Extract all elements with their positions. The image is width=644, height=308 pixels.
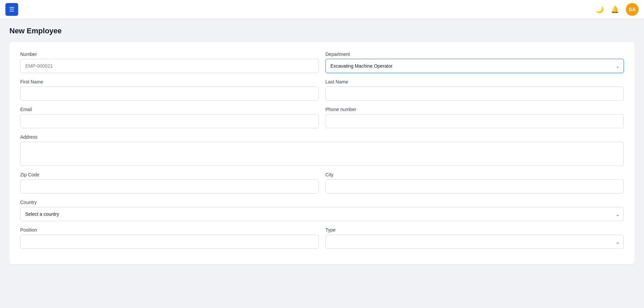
field-email: Email	[20, 107, 319, 128]
city-label: City	[326, 172, 624, 177]
bell-icon[interactable]: 🔔	[611, 5, 619, 13]
row-zip-city: Zip Code City	[20, 172, 624, 194]
last-name-label: Last Name	[326, 79, 624, 84]
city-input[interactable]	[326, 179, 624, 194]
row-address: Address	[20, 134, 624, 166]
email-label: Email	[20, 107, 319, 112]
moon-icon[interactable]: 🌙	[596, 5, 604, 13]
form-container: Number Department Excavating Machine Ope…	[9, 42, 635, 264]
navbar-left: ☰	[5, 3, 18, 16]
field-department: Department Excavating Machine Operator E…	[326, 52, 624, 73]
menu-button[interactable]: ☰	[5, 3, 18, 16]
field-last-name: Last Name	[326, 79, 624, 101]
country-label: Country	[20, 200, 624, 205]
row-position-type: Position Type Full Time Part Time Contra…	[20, 227, 624, 249]
first-name-label: First Name	[20, 79, 319, 84]
phone-label: Phone number	[326, 107, 624, 112]
number-label: Number	[20, 52, 319, 57]
address-label: Address	[20, 134, 624, 140]
department-label: Department	[326, 52, 624, 57]
zip-input[interactable]	[20, 179, 319, 194]
type-select-wrapper: Full Time Part Time Contract ⌄	[326, 235, 624, 249]
department-select[interactable]: Excavating Machine Operator Engineering …	[326, 59, 624, 73]
type-select[interactable]: Full Time Part Time Contract	[326, 235, 624, 249]
number-input[interactable]	[20, 59, 319, 73]
field-phone: Phone number	[326, 107, 624, 128]
page-title: New Employee	[9, 27, 635, 35]
first-name-input[interactable]	[20, 87, 319, 101]
address-input[interactable]	[20, 142, 624, 166]
row-email-phone: Email Phone number	[20, 107, 624, 128]
field-position: Position	[20, 227, 319, 249]
field-first-name: First Name	[20, 79, 319, 101]
zip-label: Zip Code	[20, 172, 319, 177]
department-select-wrapper: Excavating Machine Operator Engineering …	[326, 59, 624, 73]
avatar[interactable]: SA	[626, 3, 639, 16]
navbar: ☰ 🌙 🔔 SA	[0, 0, 644, 19]
position-label: Position	[20, 227, 319, 233]
phone-input[interactable]	[326, 114, 624, 128]
email-input[interactable]	[20, 114, 319, 128]
position-input[interactable]	[20, 235, 319, 249]
field-type: Type Full Time Part Time Contract ⌄	[326, 227, 624, 249]
type-label: Type	[326, 227, 624, 233]
navbar-right: 🌙 🔔 SA	[596, 3, 639, 16]
field-address: Address	[20, 134, 624, 166]
field-country: Country Select a country United States U…	[20, 200, 624, 221]
row-country: Country Select a country United States U…	[20, 200, 624, 221]
main-content: New Employee Number Department Excavatin…	[0, 19, 644, 272]
last-name-input[interactable]	[326, 87, 624, 101]
field-city: City	[326, 172, 624, 194]
row-number-department: Number Department Excavating Machine Ope…	[20, 52, 624, 73]
field-zip: Zip Code	[20, 172, 319, 194]
country-select[interactable]: Select a country United States United Ki…	[20, 207, 624, 221]
field-number: Number	[20, 52, 319, 73]
hamburger-icon: ☰	[9, 6, 14, 13]
row-names: First Name Last Name	[20, 79, 624, 101]
country-select-wrapper: Select a country United States United Ki…	[20, 207, 624, 221]
